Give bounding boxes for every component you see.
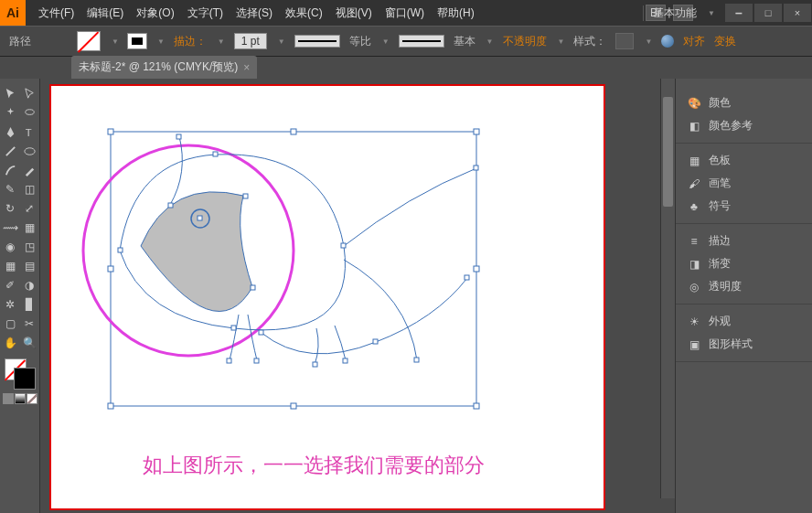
menu-help[interactable]: 帮助(H) [432, 2, 480, 25]
close-button[interactable]: × [784, 4, 811, 22]
chevron-down-icon[interactable]: ▼ [157, 37, 165, 46]
pen-tool[interactable] [1, 123, 19, 141]
panel-stroke[interactable]: ≡描边 [676, 230, 812, 252]
svg-rect-8 [108, 266, 113, 272]
opacity-label[interactable]: 不透明度 [503, 34, 547, 49]
pencil-tool[interactable] [20, 161, 38, 179]
stroke-swatch[interactable] [128, 34, 146, 48]
panel-swatches[interactable]: ▦色板 [676, 149, 812, 172]
svg-rect-24 [373, 339, 378, 344]
style-swatch[interactable] [615, 33, 634, 49]
eyedropper-tool[interactable]: ✐ [1, 276, 19, 294]
minimize-button[interactable]: – [725, 4, 753, 22]
color-mode-buttons [3, 393, 37, 404]
shape-builder-tool[interactable]: ◉ [1, 238, 19, 256]
palette-icon: 🎨 [687, 96, 701, 111]
svg-rect-5 [108, 129, 113, 134]
menu-view[interactable]: 视图(V) [330, 2, 378, 25]
close-tab-icon[interactable]: × [243, 61, 250, 74]
align-label[interactable]: 对齐 [683, 34, 705, 49]
hand-tool[interactable]: ✋ [1, 334, 19, 352]
menu-type[interactable]: 文字(T) [182, 2, 229, 25]
menu-object[interactable]: 对象(O) [131, 2, 179, 25]
menu-effect[interactable]: 效果(C) [280, 2, 328, 25]
artwork [51, 86, 605, 510]
gradient-tool[interactable]: ▤ [20, 257, 38, 275]
recolor-icon[interactable] [661, 35, 674, 48]
menu-file[interactable]: 文件(F) [33, 2, 80, 25]
svg-rect-26 [168, 203, 173, 208]
graph-tool[interactable]: ▊ [20, 295, 38, 314]
panel-brushes[interactable]: 🖌画笔 [676, 172, 812, 195]
menu-select[interactable]: 选择(S) [230, 2, 278, 25]
free-transform-tool[interactable]: ▦ [20, 219, 38, 237]
panel-graphic-styles[interactable]: ▣图形样式 [676, 333, 812, 356]
svg-point-3 [24, 147, 34, 155]
panel-transparency[interactable]: ◎透明度 [676, 275, 812, 298]
swatches-icon: ▦ [687, 154, 701, 168]
gradient-icon: ◨ [687, 257, 701, 272]
blend-tool[interactable]: ◑ [20, 276, 38, 294]
svg-rect-30 [343, 358, 347, 363]
fill-stroke-control[interactable] [5, 358, 36, 390]
stroke-weight-input[interactable]: 1 pt [234, 33, 267, 49]
style-label: 样式： [573, 34, 606, 49]
stroke-icon: ≡ [687, 234, 701, 249]
panel-appearance[interactable]: ☀外观 [676, 310, 812, 333]
width-tool[interactable]: ⟿ [1, 219, 19, 237]
window-controls: – □ × [724, 2, 812, 24]
perspective-tool[interactable]: ◳ [20, 238, 38, 256]
artboard[interactable]: 如上图所示，一一选择我们需要的部分 [49, 84, 605, 510]
document-tab[interactable]: 未标题-2* @ 121% (CMYK/预览) × [71, 56, 257, 79]
svg-rect-32 [251, 285, 255, 290]
brush-icon: 🖌 [687, 176, 701, 191]
selection-tool[interactable] [1, 84, 19, 102]
chevron-down-icon[interactable]: ▼ [708, 9, 715, 17]
type-tool[interactable]: T [20, 123, 38, 141]
transform-label[interactable]: 变换 [714, 34, 736, 49]
canvas-area[interactable]: 如上图所示，一一选择我们需要的部分 [40, 79, 675, 513]
svg-rect-25 [176, 134, 181, 139]
svg-rect-9 [474, 266, 479, 272]
maximize-button[interactable]: □ [754, 4, 782, 22]
paintbrush-tool[interactable] [1, 161, 19, 179]
fill-swatch[interactable] [77, 31, 101, 51]
rotate-tool[interactable]: ↻ [1, 199, 19, 218]
eraser-tool[interactable]: ◫ [20, 180, 38, 198]
panel-symbols[interactable]: ♣符号 [676, 195, 812, 218]
panel-color-guide[interactable]: ◧颜色参考 [676, 114, 812, 137]
mesh-tool[interactable]: ▦ [1, 257, 19, 275]
magic-wand-tool[interactable] [1, 103, 19, 122]
stroke-label[interactable]: 描边： [174, 34, 207, 49]
menu-edit[interactable]: 编辑(E) [81, 2, 129, 25]
svg-rect-19 [231, 326, 236, 330]
panel-color[interactable]: 🎨颜色 [676, 91, 812, 114]
menu-window[interactable]: 窗口(W) [379, 2, 430, 25]
svg-rect-23 [259, 330, 263, 335]
width-profile-label: 等比 [349, 34, 371, 49]
lasso-tool[interactable] [20, 103, 38, 122]
workspace-label[interactable]: 基本功能 [643, 5, 706, 21]
transparency-icon: ◎ [687, 280, 701, 294]
zoom-tool[interactable]: 🔍 [20, 334, 38, 352]
artboard-tool[interactable]: ▢ [1, 315, 19, 333]
color-mode[interactable] [3, 393, 14, 404]
caption-text: 如上图所示，一一选择我们需要的部分 [143, 452, 485, 479]
scale-tool[interactable]: ⤢ [20, 199, 38, 218]
direct-selection-tool[interactable] [20, 84, 38, 102]
line-tool[interactable] [1, 142, 19, 160]
brush-def[interactable] [399, 35, 444, 48]
menu-bar: 文件(F) 编辑(E) 对象(O) 文字(T) 选择(S) 效果(C) 视图(V… [33, 2, 480, 25]
gradient-mode[interactable] [15, 393, 26, 404]
symbol-sprayer-tool[interactable]: ✲ [1, 295, 19, 314]
ellipse-tool[interactable] [20, 142, 38, 160]
svg-rect-31 [243, 194, 248, 198]
width-profile[interactable] [294, 35, 340, 48]
chevron-down-icon[interactable]: ▼ [112, 37, 119, 46]
slice-tool[interactable]: ✂ [20, 315, 38, 333]
blob-brush-tool[interactable]: ✎ [1, 180, 19, 198]
panel-gradient[interactable]: ◨渐变 [676, 252, 812, 275]
vertical-scrollbar[interactable] [660, 79, 675, 498]
none-mode[interactable] [27, 393, 37, 404]
svg-point-0 [25, 109, 33, 114]
